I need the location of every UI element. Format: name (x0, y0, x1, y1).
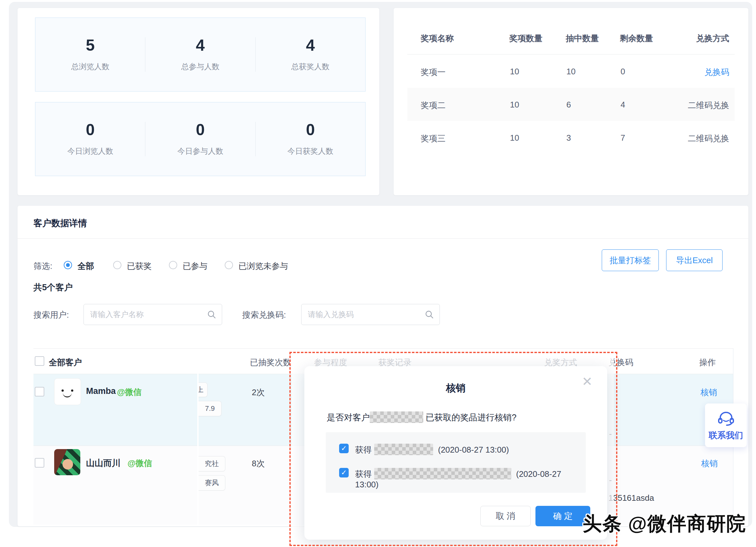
search-user-input[interactable] (84, 304, 222, 325)
dashboard-screen: 5 总浏览人数 4 总参与人数 4 总获奖人数 0 今日浏览人数 0 今日参与人… (0, 0, 756, 547)
prize-col-drawn: 抽中数量 (566, 33, 599, 44)
prize-col-name: 奖项名称 (421, 33, 454, 44)
prize-name: 奖项二 (421, 100, 446, 111)
col-draws: 已抽奖次数 (250, 357, 291, 368)
radio-viewed-only[interactable] (225, 261, 233, 269)
prize-remaining: 4 (621, 100, 625, 110)
customer-tag: 赛风 (199, 475, 225, 491)
verify-link[interactable]: 核销 (701, 387, 717, 398)
prize-remaining: 7 (621, 133, 625, 143)
contact-us-label[interactable]: 联系我们 (709, 430, 743, 441)
stat-value: 4 (145, 37, 255, 53)
prize-name: 奖项三 (421, 133, 446, 144)
stat-label: 总获奖人数 (256, 62, 365, 72)
row-checkbox[interactable] (35, 387, 44, 397)
prize-col-remaining: 剩余数量 (620, 33, 653, 44)
batch-tag-button[interactable]: 批量打标签 (602, 249, 659, 271)
table-row: 奖项一 10 10 0 兑换码 (407, 55, 735, 88)
search-user-field (84, 304, 222, 325)
customer-name: Mamba (86, 386, 116, 396)
radio-participated[interactable] (169, 261, 177, 269)
watermark: 头条 @微伴商研院 (583, 511, 746, 537)
search-user-label: 搜索用户: (33, 310, 69, 321)
stat-value: 0 (256, 122, 365, 138)
tag-text: 7.9 (205, 405, 215, 413)
radio-won-label[interactable]: 已获奖 (127, 260, 152, 272)
stat-value: 5 (35, 37, 145, 53)
search-icon[interactable] (425, 310, 434, 319)
stat-label: 总浏览人数 (35, 62, 145, 72)
customer-channel: @微信 (117, 387, 142, 398)
export-excel-button[interactable]: 导出Excel (666, 249, 723, 271)
prize-drawn: 10 (566, 67, 576, 77)
stat-today-views: 0 今日浏览人数 (35, 122, 145, 156)
search-icon[interactable] (207, 310, 216, 319)
prize-quantity: 10 (510, 133, 519, 143)
page-title: 客户数据详情 (33, 217, 87, 229)
search-code-input[interactable] (301, 304, 440, 325)
select-all-checkbox[interactable] (35, 356, 44, 366)
stat-label: 今日参与人数 (145, 146, 255, 156)
stat-total-winners: 4 总获奖人数 (255, 37, 365, 72)
prize-quantity: 10 (510, 67, 519, 77)
stat-label: 总参与人数 (145, 62, 255, 72)
customer-channel: @微信 (127, 458, 152, 469)
tag-text: 赛风 (205, 478, 219, 488)
table-row: 奖项三 10 3 7 二维码兑换 (407, 121, 735, 154)
stat-card-total: 5 总浏览人数 4 总参与人数 4 总获奖人数 (35, 18, 366, 91)
customer-tag: 7.9 (199, 401, 222, 416)
radio-viewed-only-label[interactable]: 已浏览未参与 (238, 260, 288, 272)
customer-tag: 上 (199, 383, 207, 397)
radio-all[interactable] (64, 261, 72, 269)
prize-quantity: 10 (510, 100, 519, 110)
prize-drawn: 3 (566, 133, 571, 143)
stat-total-views: 5 总浏览人数 (35, 37, 145, 72)
redeem-method: 二维码兑换 (688, 100, 729, 111)
customer-name: 山山而川 (86, 457, 120, 469)
radio-all-label[interactable]: 全部 (77, 260, 94, 272)
tag-fragment: 上 (199, 385, 204, 395)
avatar-mouth (63, 391, 72, 398)
row-checkbox[interactable] (35, 458, 44, 468)
stats-panel: 5 总浏览人数 4 总参与人数 4 总获奖人数 0 今日浏览人数 0 今日参与人… (18, 8, 379, 195)
stat-label: 今日浏览人数 (35, 146, 145, 156)
search-code-field (301, 304, 440, 325)
section-divider (18, 238, 748, 238)
stat-card-today: 0 今日浏览人数 0 今日参与人数 0 今日获奖人数 (35, 102, 366, 176)
search-code-label: 搜索兑换码: (242, 310, 286, 321)
stat-today-participants: 0 今日参与人数 (145, 122, 255, 156)
prize-table-panel: 奖项名称 奖项数量 抽中数量 剩余数量 兑换方式 奖项一 10 10 0 兑换码… (394, 8, 748, 195)
prize-col-quantity: 奖项数量 (509, 33, 542, 44)
prize-name: 奖项一 (421, 67, 446, 78)
stat-label: 今日获奖人数 (256, 146, 365, 156)
radio-participated-label[interactable]: 已参与 (183, 260, 207, 272)
tag-fragment: 究社 (205, 459, 219, 469)
prize-col-redeem: 兑换方式 (696, 33, 729, 44)
stat-total-participants: 4 总参与人数 (145, 37, 255, 72)
customer-count: 共5个客户 (33, 282, 73, 293)
contact-us-widget[interactable]: 联系我们 (705, 404, 747, 447)
prize-drawn: 6 (566, 100, 571, 110)
prize-remaining: 0 (621, 67, 625, 77)
draws-cell: 8次 (252, 458, 265, 469)
verify-link[interactable]: 核销 (701, 458, 718, 469)
col-action: 操作 (699, 357, 716, 368)
customer-tag: 究社 (199, 456, 225, 471)
redeem-code-link[interactable]: 兑换码 (704, 67, 729, 78)
fixed-column-divider (197, 349, 199, 525)
radio-won[interactable] (113, 261, 121, 269)
filter-label: 筛选: (33, 260, 52, 272)
avatar (54, 449, 80, 475)
stat-value: 0 (145, 122, 255, 138)
stat-value: 0 (35, 122, 145, 138)
stat-value: 4 (256, 37, 365, 53)
headset-icon (717, 410, 735, 427)
avatar (54, 378, 81, 405)
redeem-method: 二维码兑换 (688, 133, 729, 144)
annotation-highlight-box (289, 352, 617, 546)
draws-cell: 2次 (252, 387, 265, 398)
table-row: 奖项二 10 6 4 二维码兑换 (407, 88, 735, 121)
stat-today-winners: 0 今日获奖人数 (255, 122, 365, 156)
col-select-all: 全部客户 (49, 357, 82, 368)
